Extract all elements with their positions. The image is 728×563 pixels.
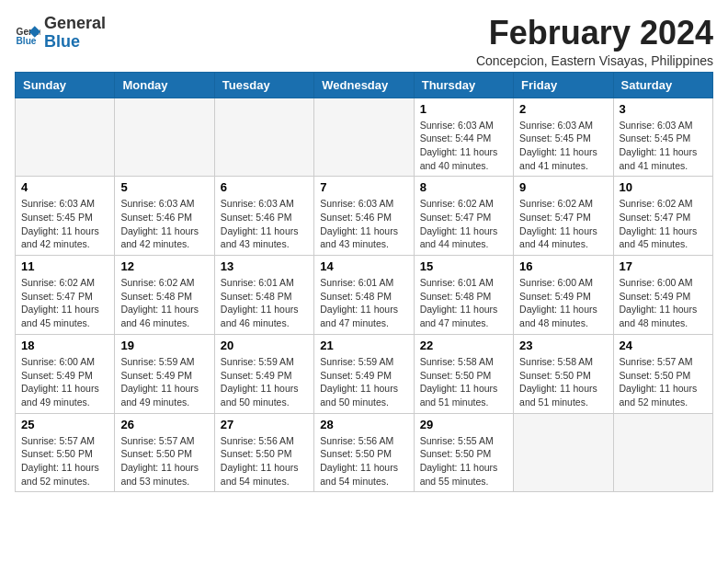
day-info: Sunrise: 6:02 AMSunset: 5:47 PMDaylight:… bbox=[420, 197, 507, 251]
calendar-cell: 14Sunrise: 6:01 AMSunset: 5:48 PMDayligh… bbox=[314, 256, 414, 335]
header-day-wednesday: Wednesday bbox=[314, 72, 414, 98]
svg-text:Blue: Blue bbox=[17, 35, 37, 45]
day-number: 17 bbox=[620, 259, 707, 273]
day-number: 29 bbox=[420, 418, 507, 431]
logo-blue-text: Blue bbox=[44, 32, 80, 51]
day-number: 28 bbox=[320, 418, 407, 431]
day-info: Sunrise: 6:03 AMSunset: 5:46 PMDaylight:… bbox=[221, 197, 308, 251]
day-number: 27 bbox=[221, 418, 308, 431]
day-number: 16 bbox=[519, 259, 607, 273]
location-title: Concepcion, Eastern Visayas, Philippines bbox=[476, 53, 713, 68]
day-number: 20 bbox=[221, 339, 308, 352]
logo: General Blue General Blue bbox=[15, 15, 106, 52]
day-info: Sunrise: 5:57 AMSunset: 5:50 PMDaylight:… bbox=[21, 434, 108, 488]
title-area: February 2024 Concepcion, Eastern Visaya… bbox=[476, 15, 713, 68]
calendar-cell: 3Sunrise: 6:03 AMSunset: 5:45 PMDaylight… bbox=[613, 98, 712, 177]
day-number: 15 bbox=[420, 259, 507, 273]
day-number: 8 bbox=[420, 180, 507, 194]
day-number: 22 bbox=[420, 339, 507, 352]
day-info: Sunrise: 6:03 AMSunset: 5:44 PMDaylight:… bbox=[420, 119, 507, 173]
day-number: 12 bbox=[120, 259, 208, 273]
calendar-cell: 25Sunrise: 5:57 AMSunset: 5:50 PMDayligh… bbox=[16, 413, 115, 492]
day-info: Sunrise: 5:55 AMSunset: 5:50 PMDaylight:… bbox=[420, 434, 507, 488]
calendar-cell bbox=[16, 98, 115, 177]
logo-general-text: General bbox=[44, 14, 106, 32]
day-info: Sunrise: 6:03 AMSunset: 5:46 PMDaylight:… bbox=[320, 197, 407, 251]
calendar-week-row: 1Sunrise: 6:03 AMSunset: 5:44 PMDaylight… bbox=[16, 98, 713, 177]
calendar-cell bbox=[115, 98, 214, 177]
calendar-cell: 21Sunrise: 5:59 AMSunset: 5:49 PMDayligh… bbox=[314, 334, 414, 413]
calendar-cell: 22Sunrise: 5:58 AMSunset: 5:50 PMDayligh… bbox=[414, 334, 513, 413]
day-number: 21 bbox=[320, 339, 407, 352]
day-info: Sunrise: 5:56 AMSunset: 5:50 PMDaylight:… bbox=[221, 434, 308, 488]
calendar-week-row: 25Sunrise: 5:57 AMSunset: 5:50 PMDayligh… bbox=[16, 413, 713, 492]
day-number: 11 bbox=[21, 259, 108, 273]
day-number: 10 bbox=[620, 180, 707, 194]
day-info: Sunrise: 6:02 AMSunset: 5:47 PMDaylight:… bbox=[21, 276, 108, 330]
day-number: 7 bbox=[320, 180, 407, 194]
calendar-cell: 4Sunrise: 6:03 AMSunset: 5:45 PMDaylight… bbox=[16, 177, 115, 256]
calendar-header-row: SundayMondayTuesdayWednesdayThursdayFrid… bbox=[16, 72, 713, 98]
day-number: 23 bbox=[519, 339, 607, 352]
calendar-cell: 12Sunrise: 6:02 AMSunset: 5:48 PMDayligh… bbox=[115, 256, 214, 335]
day-info: Sunrise: 6:03 AMSunset: 5:46 PMDaylight:… bbox=[120, 197, 208, 251]
day-info: Sunrise: 5:59 AMSunset: 5:49 PMDaylight:… bbox=[120, 355, 208, 409]
day-number: 13 bbox=[221, 259, 308, 273]
header-day-tuesday: Tuesday bbox=[214, 72, 313, 98]
header-day-sunday: Sunday bbox=[16, 72, 115, 98]
day-info: Sunrise: 6:03 AMSunset: 5:45 PMDaylight:… bbox=[21, 197, 108, 251]
calendar-week-row: 18Sunrise: 6:00 AMSunset: 5:49 PMDayligh… bbox=[16, 334, 713, 413]
day-info: Sunrise: 6:01 AMSunset: 5:48 PMDaylight:… bbox=[420, 276, 507, 330]
calendar-cell: 28Sunrise: 5:56 AMSunset: 5:50 PMDayligh… bbox=[314, 413, 414, 492]
day-info: Sunrise: 5:56 AMSunset: 5:50 PMDaylight:… bbox=[320, 434, 407, 488]
day-info: Sunrise: 6:02 AMSunset: 5:47 PMDaylight:… bbox=[620, 197, 707, 251]
day-info: Sunrise: 5:57 AMSunset: 5:50 PMDaylight:… bbox=[120, 434, 208, 488]
calendar-cell: 11Sunrise: 6:02 AMSunset: 5:47 PMDayligh… bbox=[16, 256, 115, 335]
day-info: Sunrise: 6:02 AMSunset: 5:48 PMDaylight:… bbox=[120, 276, 208, 330]
day-info: Sunrise: 5:59 AMSunset: 5:49 PMDaylight:… bbox=[320, 355, 407, 409]
day-number: 25 bbox=[21, 418, 108, 431]
day-info: Sunrise: 5:58 AMSunset: 5:50 PMDaylight:… bbox=[519, 355, 607, 409]
calendar-cell: 19Sunrise: 5:59 AMSunset: 5:49 PMDayligh… bbox=[115, 334, 214, 413]
header-day-thursday: Thursday bbox=[414, 72, 513, 98]
calendar-cell: 23Sunrise: 5:58 AMSunset: 5:50 PMDayligh… bbox=[514, 334, 613, 413]
day-number: 26 bbox=[120, 418, 208, 431]
calendar-week-row: 11Sunrise: 6:02 AMSunset: 5:47 PMDayligh… bbox=[16, 256, 713, 335]
day-number: 18 bbox=[21, 339, 108, 352]
day-number: 2 bbox=[519, 102, 607, 116]
calendar-cell: 13Sunrise: 6:01 AMSunset: 5:48 PMDayligh… bbox=[214, 256, 313, 335]
day-info: Sunrise: 5:58 AMSunset: 5:50 PMDaylight:… bbox=[420, 355, 507, 409]
calendar-cell: 10Sunrise: 6:02 AMSunset: 5:47 PMDayligh… bbox=[613, 177, 712, 256]
calendar-cell: 26Sunrise: 5:57 AMSunset: 5:50 PMDayligh… bbox=[115, 413, 214, 492]
day-info: Sunrise: 5:57 AMSunset: 5:50 PMDaylight:… bbox=[620, 355, 707, 409]
day-info: Sunrise: 6:00 AMSunset: 5:49 PMDaylight:… bbox=[620, 276, 707, 330]
day-info: Sunrise: 5:59 AMSunset: 5:49 PMDaylight:… bbox=[221, 355, 308, 409]
day-info: Sunrise: 6:02 AMSunset: 5:47 PMDaylight:… bbox=[519, 197, 607, 251]
calendar-cell: 1Sunrise: 6:03 AMSunset: 5:44 PMDaylight… bbox=[414, 98, 513, 177]
header-day-friday: Friday bbox=[514, 72, 613, 98]
calendar-cell: 15Sunrise: 6:01 AMSunset: 5:48 PMDayligh… bbox=[414, 256, 513, 335]
day-number: 9 bbox=[519, 180, 607, 194]
day-number: 4 bbox=[21, 180, 108, 194]
header: General Blue General Blue February 2024 … bbox=[15, 15, 713, 68]
day-number: 19 bbox=[120, 339, 208, 352]
calendar-cell: 5Sunrise: 6:03 AMSunset: 5:46 PMDaylight… bbox=[115, 177, 214, 256]
calendar-cell: 29Sunrise: 5:55 AMSunset: 5:50 PMDayligh… bbox=[414, 413, 513, 492]
day-info: Sunrise: 6:03 AMSunset: 5:45 PMDaylight:… bbox=[620, 119, 707, 173]
calendar-cell: 16Sunrise: 6:00 AMSunset: 5:49 PMDayligh… bbox=[514, 256, 613, 335]
header-day-monday: Monday bbox=[115, 72, 214, 98]
calendar-cell bbox=[514, 413, 613, 492]
calendar-cell: 17Sunrise: 6:00 AMSunset: 5:49 PMDayligh… bbox=[613, 256, 712, 335]
calendar: SundayMondayTuesdayWednesdayThursdayFrid… bbox=[15, 72, 713, 493]
day-number: 6 bbox=[221, 180, 308, 194]
logo-icon: General Blue bbox=[15, 20, 40, 46]
calendar-cell bbox=[214, 98, 313, 177]
day-number: 5 bbox=[120, 180, 208, 194]
calendar-cell: 27Sunrise: 5:56 AMSunset: 5:50 PMDayligh… bbox=[214, 413, 313, 492]
day-info: Sunrise: 6:00 AMSunset: 5:49 PMDaylight:… bbox=[21, 355, 108, 409]
calendar-cell: 7Sunrise: 6:03 AMSunset: 5:46 PMDaylight… bbox=[314, 177, 414, 256]
calendar-cell: 24Sunrise: 5:57 AMSunset: 5:50 PMDayligh… bbox=[613, 334, 712, 413]
day-number: 14 bbox=[320, 259, 407, 273]
calendar-cell: 6Sunrise: 6:03 AMSunset: 5:46 PMDaylight… bbox=[214, 177, 313, 256]
calendar-cell: 9Sunrise: 6:02 AMSunset: 5:47 PMDaylight… bbox=[514, 177, 613, 256]
